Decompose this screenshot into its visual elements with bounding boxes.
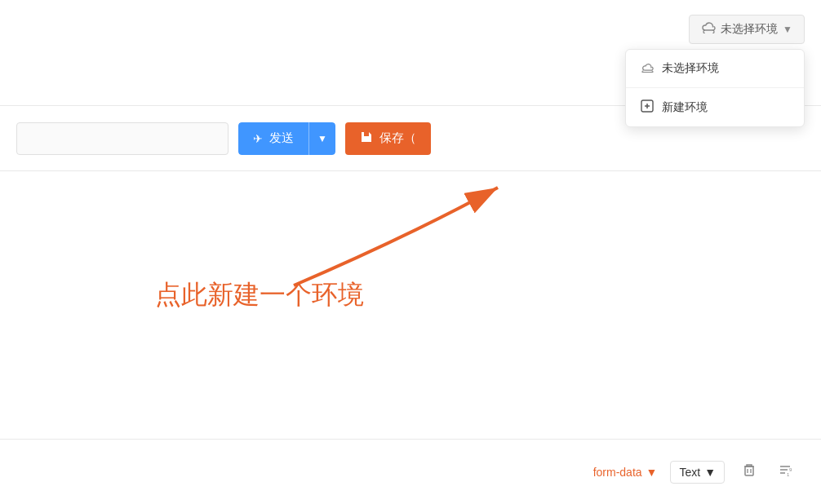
- plus-circle-icon: [641, 99, 654, 115]
- sort-icon: 1 9: [778, 464, 792, 480]
- svg-rect-5: [745, 466, 753, 475]
- send-button[interactable]: ✈ 发送: [238, 122, 308, 155]
- main-area: 未选择环境 ▼ ✈ 发送 ▼ 保存（: [0, 0, 821, 504]
- text-type-dropdown[interactable]: Text ▼: [670, 461, 725, 484]
- env-option-new-label: 新建环境: [662, 100, 708, 115]
- annotation-text: 点此新建一个环境: [155, 277, 364, 313]
- delete-button[interactable]: [738, 458, 761, 485]
- form-data-button[interactable]: form-data ▼: [593, 466, 658, 479]
- send-dropdown-button[interactable]: ▼: [308, 122, 335, 155]
- save-button[interactable]: 保存（: [345, 122, 431, 155]
- cloud-icon-menu: [641, 62, 654, 76]
- annotation-area: 点此新建一个环境: [0, 171, 821, 334]
- save-label: 保存（: [379, 130, 416, 146]
- send-button-group: ✈ 发送 ▼: [238, 122, 335, 155]
- chevron-down-icon: ▼: [783, 24, 792, 35]
- env-option-none[interactable]: 未选择环境: [626, 50, 804, 87]
- svg-text:9: 9: [789, 467, 792, 472]
- bottom-bar: form-data ▼ Text ▼: [0, 439, 821, 504]
- sort-button[interactable]: 1 9: [774, 458, 797, 485]
- form-data-label: form-data: [593, 466, 642, 479]
- form-data-chevron-icon: ▼: [646, 466, 658, 479]
- env-selector-button[interactable]: 未选择环境 ▼: [689, 15, 805, 44]
- url-input[interactable]: [16, 122, 229, 155]
- env-dropdown-menu: 未选择环境 新建环境: [625, 49, 805, 127]
- env-selector-label: 未选择环境: [721, 22, 778, 37]
- text-type-label: Text: [679, 466, 700, 479]
- save-icon: [360, 130, 373, 146]
- cloud-icon: [701, 22, 716, 37]
- env-option-none-label: 未选择环境: [662, 61, 719, 76]
- send-label: 发送: [269, 130, 294, 146]
- text-type-chevron-icon: ▼: [704, 466, 716, 479]
- trash-icon: [742, 464, 757, 480]
- svg-text:1: 1: [787, 472, 790, 477]
- send-chevron-icon: ▼: [317, 133, 327, 144]
- send-icon: ✈: [253, 132, 263, 145]
- env-option-new[interactable]: 新建环境: [626, 88, 804, 126]
